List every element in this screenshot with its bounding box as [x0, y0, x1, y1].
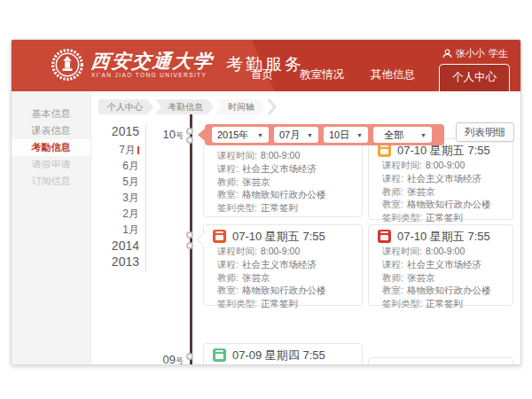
breadcrumb-chevron-icon — [267, 99, 277, 114]
field-label: 课程时间: — [217, 149, 257, 162]
field-value: 张芸京 — [242, 176, 270, 189]
field-value: 格物致知行政办公楼 — [407, 284, 491, 297]
field-label: 课程时间: — [382, 159, 422, 172]
breadcrumb-personal-center[interactable]: 个人中心 — [98, 99, 153, 114]
day-number: 09 — [163, 353, 176, 365]
field-label: 签到类型: — [382, 211, 422, 224]
timeline-node — [186, 137, 193, 144]
list-detail-button[interactable]: 列表明细 — [456, 122, 514, 142]
field-value: 张芸京 — [242, 271, 270, 285]
breadcrumb: 个人中心 考勤信息 时间轴 — [98, 99, 277, 114]
chevron-down-icon: ▼ — [301, 132, 313, 138]
field-label: 教室: — [217, 188, 239, 201]
page: 西安交通大学 XI'AN JIAO TONG UNIVERSITY 考勤服务 张… — [0, 0, 532, 399]
month-dropdown[interactable]: 07月 ▼ — [274, 127, 318, 143]
field-value: 张芸京 — [407, 271, 435, 285]
field-label: 课程: — [217, 258, 239, 271]
sidebar-item-subscription-info[interactable]: 订阅信息 — [12, 173, 90, 190]
attendance-card[interactable]: 07-10 星期五 7:55 课程时间:8:00-9:00 课程:社会主义市场经… — [368, 224, 513, 306]
card-pointer — [197, 233, 209, 246]
chevron-down-icon: ▼ — [252, 132, 263, 138]
field-label: 签到类型: — [217, 201, 257, 215]
field-value: 社会主义市场经济 — [407, 172, 481, 185]
field-label: 课程时间: — [382, 245, 422, 258]
type-dropdown-value: 全部 — [384, 129, 403, 142]
brand-text: 西安交通大学 XI'AN JIAO TONG UNIVERSITY — [91, 51, 214, 78]
timeline-month-3[interactable]: 3月 — [86, 191, 139, 206]
selected-month-tick — [137, 146, 139, 154]
field-value: 格物致知行政办公楼 — [242, 284, 326, 297]
field-value: 格物致知行政办公楼 — [407, 198, 491, 211]
timeline-month-5[interactable]: 5月 — [86, 175, 139, 190]
university-name-cn: 西安交通大学 — [90, 51, 215, 71]
calendar-icon — [378, 144, 391, 157]
field-value: 张芸京 — [407, 185, 435, 199]
sidebar-item-basic-info[interactable]: 基本信息 — [12, 106, 90, 122]
timeline-year-2013[interactable]: 2013 — [86, 254, 139, 269]
year-dropdown[interactable]: 2015年 ▼ — [212, 127, 269, 143]
field-label: 教师: — [382, 271, 403, 285]
sidebar-item-schedule-info[interactable]: 课表信息 — [12, 122, 90, 139]
field-label: 教室: — [217, 284, 239, 297]
day-suffix: 号 — [176, 131, 184, 140]
timeline-node — [186, 128, 193, 135]
breadcrumb-attendance-info[interactable]: 考勤信息 — [155, 99, 214, 114]
app-window: 西安交通大学 XI'AN JIAO TONG UNIVERSITY 考勤服务 张… — [11, 39, 521, 365]
field-value: 8:00-9:00 — [426, 245, 465, 258]
attendance-card[interactable] — [368, 357, 513, 365]
sidebar-item-attendance-info[interactable]: 考勤信息 — [12, 139, 90, 156]
day-dropdown[interactable]: 10日 ▼ — [324, 127, 368, 143]
field-label: 课程: — [382, 172, 403, 185]
year-dropdown-value: 2015年 — [217, 129, 248, 142]
day-dropdown-value: 10日 — [329, 129, 349, 142]
timeline-node — [186, 231, 193, 239]
field-value: 正常签到 — [261, 297, 298, 310]
timeline-month-1[interactable]: 1月 — [86, 223, 139, 238]
timeline-year-2014[interactable]: 2014 — [86, 239, 139, 253]
university-logo-icon — [51, 48, 84, 82]
card-title: 07-10 星期五 7:55 — [232, 229, 325, 245]
university-name-en: XI'AN JIAO TONG UNIVERSITY — [91, 72, 214, 78]
person-icon — [442, 49, 452, 59]
field-label: 签到类型: — [217, 297, 257, 310]
field-label: 教师: — [217, 271, 239, 285]
nav-tab-personal-center[interactable]: 个人中心 — [439, 64, 510, 91]
card-title: 07-10 星期五 7:55 — [397, 229, 490, 245]
user-info[interactable]: 张小小 学生 — [442, 47, 508, 60]
timeline-month-2[interactable]: 2月 — [86, 207, 139, 222]
attendance-card[interactable]: 07-10 星期五 7:55 课程时间:8:00-9:00 课程:社会主义市场经… — [203, 224, 363, 306]
field-label: 教师: — [382, 185, 403, 199]
attendance-card[interactable]: 07-10 星期五 7:55 课程时间:8:00-9:00 课程:社会主义市场经… — [368, 138, 513, 220]
day-number: 10 — [163, 128, 176, 141]
type-dropdown[interactable]: 全部 ▼ — [373, 127, 432, 143]
attendance-card[interactable]: 07-09 星期四 7:55 — [203, 343, 363, 365]
field-label: 签到类型: — [382, 297, 422, 310]
nav-item-home[interactable]: 首页 — [238, 67, 286, 91]
field-value: 格物致知行政办公楼 — [242, 188, 326, 201]
sidebar-item-leave-request[interactable]: 请假申请 — [12, 156, 90, 173]
card-title: 07-09 星期四 7:55 — [232, 348, 325, 364]
nav-item-other-info[interactable]: 其他信息 — [357, 67, 428, 91]
field-value: 正常签到 — [426, 297, 463, 310]
field-value: 8:00-9:00 — [426, 159, 465, 172]
field-value: 社会主义市场经济 — [242, 258, 317, 271]
day-marker-09: 09号 — [146, 351, 184, 365]
timeline-month-label: 7月 — [119, 144, 136, 156]
timeline-month-7[interactable]: 7月 — [86, 143, 139, 158]
app-header: 西安交通大学 XI'AN JIAO TONG UNIVERSITY 考勤服务 张… — [12, 40, 521, 91]
user-role: 学生 — [489, 47, 508, 60]
field-label: 课程: — [217, 162, 239, 176]
timeline-year-2015[interactable]: 2015 — [86, 124, 139, 138]
timeline-month-6[interactable]: 6月 — [86, 159, 139, 174]
breadcrumb-timeline[interactable]: 时间轴 — [215, 99, 265, 114]
month-dropdown-value: 07月 — [279, 129, 300, 142]
nav-item-classrooms[interactable]: 教室情况 — [286, 67, 357, 91]
chevron-down-icon: ▼ — [415, 132, 426, 138]
field-value: 正常签到 — [261, 201, 298, 215]
main-nav: 首页 教室情况 其他信息 个人中心 — [238, 64, 510, 91]
calendar-icon — [213, 348, 226, 362]
field-label: 课程: — [382, 258, 403, 271]
field-label: 课程时间: — [217, 245, 257, 258]
calendar-icon — [378, 230, 391, 243]
attendance-card[interactable]: 课程时间:8:00-9:00 课程:社会主义市场经济 教师:张芸京 教室:格物致… — [203, 143, 363, 217]
